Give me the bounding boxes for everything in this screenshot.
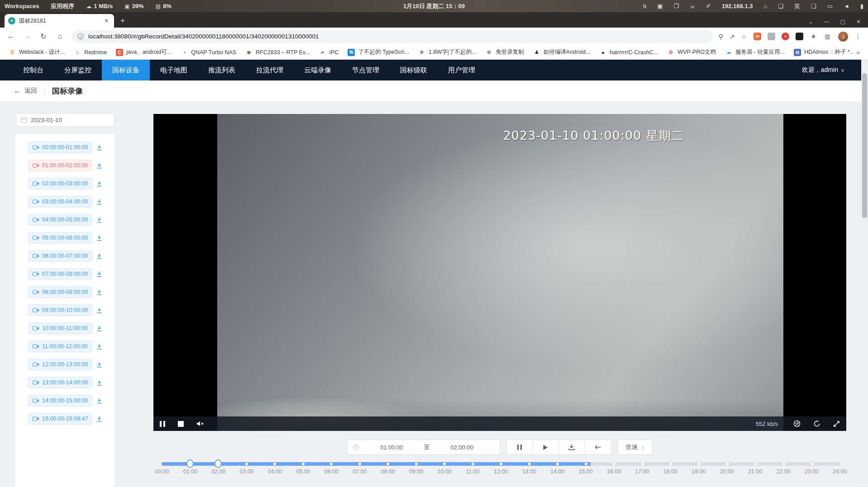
screenshot-tool-icon[interactable]: ▣ xyxy=(657,3,663,9)
key-icon[interactable]: ⚲ xyxy=(718,33,723,40)
tab-close-icon[interactable]: ✕ xyxy=(102,17,110,25)
recording-segment[interactable]: 01:00:00-02:00:00 xyxy=(28,160,92,171)
snapshot-icon[interactable] xyxy=(793,420,801,427)
nav-item[interactable]: 用户管理 xyxy=(438,60,486,80)
workspaces-button[interactable]: Workspaces xyxy=(5,3,39,9)
phone-link-icon[interactable]: ❑ xyxy=(811,3,816,9)
speed-dropdown[interactable]: 倍速 ∨ xyxy=(618,440,653,455)
download-icon[interactable] xyxy=(96,343,103,350)
recording-segment[interactable]: 06:00:00-07:00:00 xyxy=(28,250,92,262)
recording-segment[interactable]: 00:00:00-01:00:00 xyxy=(28,142,92,153)
download-icon[interactable] xyxy=(96,361,103,368)
home-icon[interactable]: ⌂ xyxy=(764,3,768,9)
recording-segment[interactable]: 04:00:00-05:00:00 xyxy=(28,214,92,226)
profile-avatar[interactable]: J xyxy=(838,32,848,42)
download-icon[interactable] xyxy=(96,217,103,223)
nav-item[interactable]: 云端录像 xyxy=(294,60,342,80)
download-icon[interactable] xyxy=(96,289,103,296)
fullscreen-icon[interactable] xyxy=(833,421,840,427)
extension-icon[interactable] xyxy=(768,33,775,40)
back-arrow-icon[interactable]: ← xyxy=(14,86,21,95)
system-clock[interactable]: 1月10日 星期二 15：09 xyxy=(403,2,465,10)
window-close-icon[interactable]: ✕ xyxy=(856,19,861,25)
nav-item[interactable]: 国标设备 xyxy=(102,60,150,80)
forward-icon[interactable]: → xyxy=(21,32,33,41)
recording-segment[interactable]: 15:00:00-15:09:47 xyxy=(28,413,92,425)
download-icon[interactable] xyxy=(96,397,103,404)
extension-icon[interactable]: JS xyxy=(754,33,761,40)
range-end-time[interactable]: 02:00:00 xyxy=(429,444,494,451)
extension-icon[interactable] xyxy=(796,33,803,40)
bookmark-item[interactable]: ☁ 服务器 - 轻量应用... xyxy=(722,47,788,58)
recording-segment[interactable]: 02:00:00-03:00:00 xyxy=(28,178,92,189)
ip-address[interactable]: 192.168.1.3 xyxy=(722,3,753,9)
recording-segment[interactable]: 08:00:00-09:00:00 xyxy=(28,286,92,298)
bookmark-item[interactable]: ∩ Redmine xyxy=(71,47,110,58)
download-icon[interactable] xyxy=(96,325,103,332)
bookmark-item[interactable]: 知 了不起的 TypeScri... xyxy=(344,47,412,58)
bookmark-item[interactable]: ● hairrrrr/C-CrashC... xyxy=(596,47,661,58)
recording-segment[interactable]: 03:00:00-04:00:00 xyxy=(28,196,92,208)
workspace-switcher-icon[interactable]: ❏ xyxy=(778,3,783,9)
range-start-time[interactable]: 01:00:00 xyxy=(359,444,424,451)
star-icon[interactable]: ☆ xyxy=(741,33,747,40)
applications-button[interactable]: 应用程序 xyxy=(51,2,74,10)
play-button[interactable] xyxy=(533,440,559,455)
volume-icon[interactable]: ◄ xyxy=(844,3,849,9)
nav-item[interactable]: 电子地图 xyxy=(150,60,198,80)
bookmark-item[interactable]: ⊕ 1.8W字|了不起的... xyxy=(415,47,479,58)
recording-segment[interactable]: 14:00:00-15:00:00 xyxy=(28,395,92,407)
extension-icon[interactable]: ▥ xyxy=(824,33,831,40)
caffeine-icon[interactable]: ☕ xyxy=(690,3,695,9)
back-button[interactable]: 返回 xyxy=(24,87,37,95)
recording-segment[interactable]: 13:00:00-14:00:00 xyxy=(28,377,92,388)
maximize-icon[interactable]: ▢ xyxy=(840,19,845,25)
pause-button[interactable] xyxy=(506,440,533,455)
color-picker-icon[interactable]: ✐ xyxy=(706,3,711,9)
date-picker[interactable] xyxy=(16,113,114,127)
bing-icon[interactable]: b xyxy=(643,3,646,9)
nav-item[interactable]: 分屏监控 xyxy=(54,60,102,80)
url-bar[interactable]: i localhost:38080/#/gbRecordDetail/34020… xyxy=(72,30,713,43)
bookmarks-overflow-icon[interactable]: » xyxy=(854,49,863,56)
download-icon[interactable] xyxy=(96,144,103,151)
browser-tab[interactable]: ✦ 国标28181 ✕ xyxy=(5,14,114,28)
video-player[interactable]: 2023-01-10 01:00:00 星期二 552 kb/s xyxy=(153,114,846,431)
extension-icon[interactable]: ✕ xyxy=(782,33,789,40)
reload-icon[interactable]: ↻ xyxy=(37,32,50,41)
bookmark-item[interactable]: ✿ WVP-PRO文档 xyxy=(664,47,719,58)
timeline-slider[interactable] xyxy=(162,462,840,466)
minimize-icon[interactable]: — xyxy=(824,19,830,25)
nav-item[interactable]: 国标级联 xyxy=(390,60,438,80)
recording-segment[interactable]: 07:00:00-08:00:00 xyxy=(28,268,92,280)
recording-segment[interactable]: 09:00:00-10:00:00 xyxy=(28,304,92,316)
date-input[interactable] xyxy=(31,117,110,123)
download-icon[interactable] xyxy=(96,199,103,205)
timeline-handle[interactable] xyxy=(186,459,194,468)
recording-segment[interactable]: 05:00:00-06:00:00 xyxy=(28,232,92,244)
download-icon[interactable] xyxy=(96,379,103,386)
clipboard-icon[interactable]: ❐ xyxy=(674,3,679,9)
download-icon[interactable] xyxy=(96,162,103,169)
download-icon[interactable] xyxy=(96,307,103,314)
nav-item[interactable]: 拉流代理 xyxy=(246,60,294,80)
download-icon[interactable] xyxy=(96,180,103,187)
home-icon[interactable]: ⌂ xyxy=(53,32,66,41)
recording-segment[interactable]: 12:00:00-13:00:00 xyxy=(28,359,92,370)
player-stop-icon[interactable] xyxy=(178,421,184,427)
nav-item[interactable]: 控制台 xyxy=(13,60,54,80)
download-icon[interactable] xyxy=(96,235,103,241)
download-icon[interactable] xyxy=(96,253,103,260)
seek-back-button[interactable] xyxy=(585,440,611,455)
display-icon[interactable]: ▭ xyxy=(827,3,833,9)
download-button[interactable] xyxy=(559,440,585,455)
nav-item[interactable]: 推流列表 xyxy=(198,60,246,80)
bookmark-item[interactable]: ♟ 如何编译Android... xyxy=(530,47,594,58)
recording-segment[interactable]: 11:00:00-12:00:00 xyxy=(28,340,92,352)
tab-search-icon[interactable]: ⌄ xyxy=(809,19,813,25)
bookmark-item[interactable]: ◔ QNAP Turbo NAS xyxy=(177,47,239,58)
refresh-icon[interactable] xyxy=(813,420,820,427)
input-method-icon[interactable]: 英 xyxy=(794,2,800,10)
back-icon[interactable]: ← xyxy=(5,32,17,41)
bookmark-item[interactable]: C java、android可... xyxy=(113,47,175,58)
